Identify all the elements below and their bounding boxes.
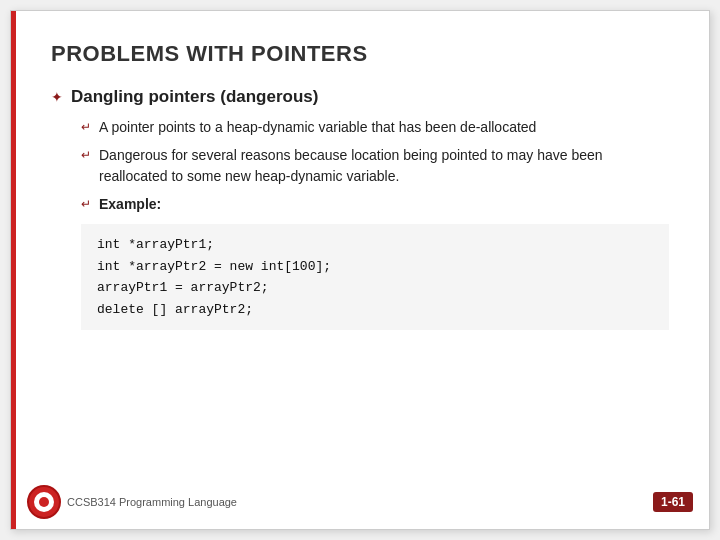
course-label: CCSB314 Programming Language xyxy=(67,496,237,508)
university-logo xyxy=(27,485,61,519)
code-block: int *arrayPtr1; int *arrayPtr2 = new int… xyxy=(81,224,669,330)
slide-footer: CCSB314 Programming Language 1-61 xyxy=(11,485,709,519)
bullet-label-dangling: Dangling pointers (dangerous) xyxy=(71,87,318,107)
bullet-level2-dangerous: ↵ Dangerous for several reasons because … xyxy=(81,145,669,186)
bullet-level2-example: ↵ Example: xyxy=(81,194,669,214)
bullet-text-dangerous: Dangerous for several reasons because lo… xyxy=(99,145,669,186)
bullet-icon-l2-1: ↵ xyxy=(81,120,91,134)
code-line-2: int *arrayPtr2 = new int[100]; xyxy=(97,256,653,277)
code-line-1: int *arrayPtr1; xyxy=(97,234,653,255)
bullet-level1-dangling: ✦ Dangling pointers (dangerous) xyxy=(51,87,669,107)
code-line-4: delete [] arrayPtr2; xyxy=(97,299,653,320)
left-accent xyxy=(11,11,16,529)
sub-bullets-container: ↵ A pointer points to a heap-dynamic var… xyxy=(81,117,669,214)
slide-title: PROBLEMS WITH POINTERS xyxy=(51,41,669,67)
bullet-icon-l1: ✦ xyxy=(51,89,63,105)
bullet-icon-l2-3: ↵ xyxy=(81,197,91,211)
logo-area: CCSB314 Programming Language xyxy=(27,485,237,519)
bullet-icon-l2-2: ↵ xyxy=(81,148,91,162)
logo-inner xyxy=(34,492,54,512)
bullet-level2-pointer: ↵ A pointer points to a heap-dynamic var… xyxy=(81,117,669,137)
code-line-3: arrayPtr1 = arrayPtr2; xyxy=(97,277,653,298)
page-number: 1-61 xyxy=(653,492,693,512)
bullet-text-pointer: A pointer points to a heap-dynamic varia… xyxy=(99,117,536,137)
slide: PROBLEMS WITH POINTERS ✦ Dangling pointe… xyxy=(10,10,710,530)
example-label: Example: xyxy=(99,194,161,214)
